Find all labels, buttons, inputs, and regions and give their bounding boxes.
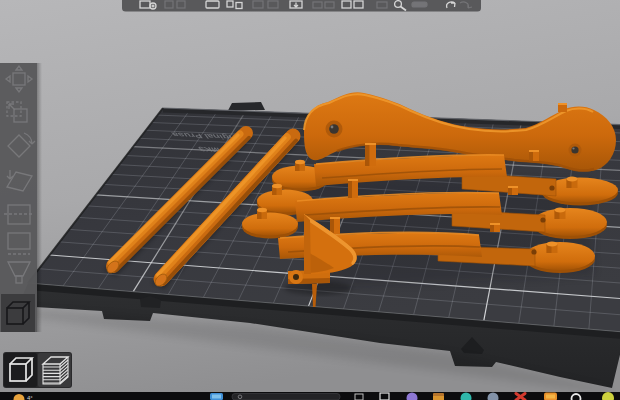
svg-text:4°: 4°	[27, 395, 33, 400]
